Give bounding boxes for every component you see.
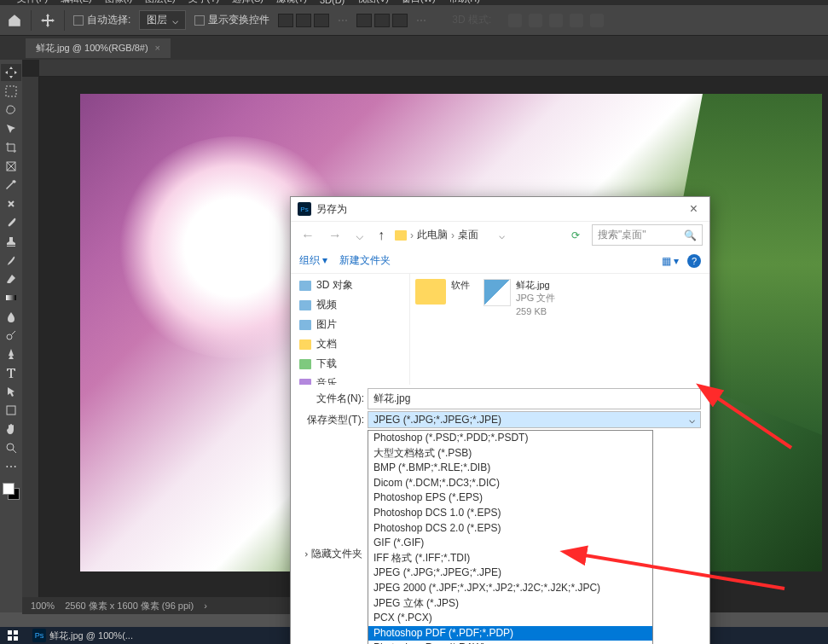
sidebar-item-pictures[interactable]: 图片	[291, 315, 409, 334]
chevron-down-icon[interactable]: ⌵	[499, 229, 505, 241]
organize-button[interactable]: 组织 ▾	[299, 253, 327, 268]
file-list[interactable]: 软件 鲜花.jpg JPG 文件 259 KB	[410, 274, 709, 385]
gradient-tool[interactable]	[1, 289, 21, 306]
ruler-vertical[interactable]	[22, 77, 39, 612]
new-folder-button[interactable]: 新建文件夹	[339, 253, 391, 268]
filetype-option[interactable]: Photoshop Raw (*.RAW)	[368, 641, 652, 644]
sidebar-item-3d[interactable]: 3D 对象	[291, 276, 409, 295]
path-select-tool[interactable]	[1, 383, 21, 400]
menu-file[interactable]: 文件(F)	[17, 0, 48, 5]
close-tab-icon[interactable]: ×	[155, 43, 160, 53]
search-input[interactable]: 搜索"桌面" 🔍	[592, 224, 703, 246]
menu-view[interactable]: 视图(V)	[357, 0, 389, 5]
sidebar-item-documents[interactable]: 文档	[291, 334, 409, 354]
eraser-tool[interactable]	[1, 270, 21, 287]
dist-btn-1[interactable]	[356, 14, 372, 27]
type-tool[interactable]	[1, 364, 21, 381]
nav-up-icon[interactable]: ↑	[374, 228, 388, 243]
menu-window[interactable]: 窗口(W)	[402, 0, 436, 5]
view-options-icon[interactable]: ▦ ▾	[662, 255, 679, 267]
info-chevron-icon[interactable]: ›	[204, 600, 207, 611]
stamp-tool[interactable]	[1, 233, 21, 250]
healing-tool[interactable]	[1, 195, 21, 212]
filetype-option[interactable]: Photoshop (*.PSD;*.PDD;*.PSDT)	[368, 431, 652, 446]
filetype-option[interactable]: Dicom (*.DCM;*.DC3;*.DIC)	[368, 476, 652, 491]
more-options-icon[interactable]: ⋯	[338, 15, 348, 26]
history-brush-tool[interactable]	[1, 252, 21, 269]
sidebar-item-video[interactable]: 视频	[291, 295, 409, 315]
color-swatches[interactable]	[3, 483, 20, 500]
menu-type[interactable]: 文字(Y)	[188, 0, 220, 5]
start-button[interactable]	[0, 629, 26, 641]
menu-select[interactable]: 选择(S)	[232, 0, 263, 5]
filetype-option[interactable]: 大型文档格式 (*.PSB)	[368, 446, 652, 461]
blur-tool[interactable]	[1, 308, 21, 325]
options-bar: 自动选择: 图层⌵ 显示变换控件 ⋯ ⋯ 3D 模式:	[0, 5, 828, 36]
sidebar-item-music[interactable]: 音乐	[291, 374, 409, 385]
hand-tool[interactable]	[1, 421, 21, 438]
dialog-titlebar[interactable]: Ps 另存为 ×	[291, 197, 709, 221]
filetype-dropdown[interactable]: JPEG (*.JPG;*.JPEG;*.JPE) ⌵	[368, 411, 701, 428]
more-options-icon-2[interactable]: ⋯	[416, 15, 426, 26]
align-btn-2[interactable]	[296, 14, 311, 27]
hide-folders-button[interactable]: 隐藏文件夹	[299, 547, 362, 561]
zoom-level[interactable]: 100%	[31, 600, 55, 611]
move-tool[interactable]	[1, 64, 21, 81]
sidebar-item-downloads[interactable]: 下载	[291, 354, 409, 374]
marquee-tool[interactable]	[1, 83, 21, 100]
nav-recent-icon[interactable]: ⌵	[352, 227, 368, 243]
refresh-icon[interactable]: ⟳	[566, 229, 585, 241]
document-tab[interactable]: 鲜花.jpg @ 100%(RGB/8#) ×	[26, 38, 171, 58]
filetype-option[interactable]: PCX (*.PCX)	[368, 611, 652, 626]
taskbar-app[interactable]: Ps 鲜花.jpg @ 100%(...	[26, 629, 140, 642]
close-dialog-icon[interactable]: ×	[685, 201, 703, 217]
3d-pan-icon[interactable]	[549, 14, 563, 27]
filetype-option[interactable]: Photoshop PDF (*.PDF;*.PDP)	[368, 626, 652, 641]
nav-forward-icon[interactable]: →	[325, 228, 345, 243]
svg-rect-1	[43, 20, 52, 21]
crop-tool[interactable]	[1, 139, 21, 156]
3d-orbit-icon[interactable]	[508, 14, 522, 27]
menu-layer[interactable]: 图层(L)	[145, 0, 175, 5]
filetype-option[interactable]: BMP (*.BMP;*.RLE;*.DIB)	[368, 461, 652, 476]
list-item[interactable]: 鲜花.jpg JPG 文件 259 KB	[483, 279, 555, 380]
dialog-nav-bar: ← → ⌵ ↑ › 此电脑 › 桌面 ⌵ ⟳ 搜索"桌面" 🔍	[291, 221, 709, 248]
breadcrumb-pc[interactable]: 此电脑	[417, 228, 448, 242]
auto-select-checkbox[interactable]: 自动选择:	[73, 13, 130, 27]
home-icon[interactable]	[7, 13, 22, 28]
help-icon[interactable]: ?	[687, 254, 701, 268]
3d-slide-icon[interactable]	[570, 14, 583, 27]
ruler-horizontal[interactable]	[39, 60, 828, 77]
menu-3d[interactable]: 3D(D)	[320, 0, 345, 5]
show-transform-checkbox[interactable]: 显示变换控件	[194, 13, 269, 27]
filename-input[interactable]: 鲜花.jpg	[368, 388, 701, 409]
breadcrumb-location[interactable]: 桌面	[458, 228, 478, 242]
lasso-tool[interactable]	[1, 102, 21, 119]
menu-image[interactable]: 图像(I)	[105, 0, 132, 5]
foreground-color[interactable]	[3, 483, 14, 495]
list-item[interactable]: 软件	[415, 279, 470, 380]
dist-btn-3[interactable]	[392, 14, 408, 27]
layer-dropdown[interactable]: 图层⌵	[139, 10, 186, 30]
nav-back-icon[interactable]: ←	[298, 228, 318, 243]
align-btn-1[interactable]	[278, 14, 293, 27]
dodge-tool[interactable]	[1, 327, 21, 344]
align-btn-3[interactable]	[314, 14, 329, 27]
menu-help[interactable]: 帮助(H)	[449, 0, 480, 5]
3d-zoom-icon[interactable]	[590, 14, 604, 27]
shape-tool[interactable]	[1, 402, 21, 419]
brush-tool[interactable]	[1, 214, 21, 231]
3d-roll-icon[interactable]	[529, 14, 542, 27]
zoom-tool[interactable]	[1, 439, 21, 456]
eyedropper-tool[interactable]	[1, 177, 21, 194]
dist-btn-2[interactable]	[374, 14, 390, 27]
document-info[interactable]: 2560 像素 x 1600 像素 (96 ppi)	[65, 600, 194, 612]
frame-tool[interactable]	[1, 158, 21, 175]
quick-select-tool[interactable]	[1, 120, 21, 137]
file-size: 259 KB	[516, 305, 555, 318]
menu-filter[interactable]: 滤镜(T)	[276, 0, 307, 5]
menu-edit[interactable]: 编辑(E)	[61, 0, 92, 5]
pen-tool[interactable]	[1, 345, 21, 363]
edit-toolbar-icon[interactable]: ⋯	[1, 458, 21, 475]
breadcrumb[interactable]: › 此电脑 › 桌面 ⌵	[395, 228, 559, 242]
